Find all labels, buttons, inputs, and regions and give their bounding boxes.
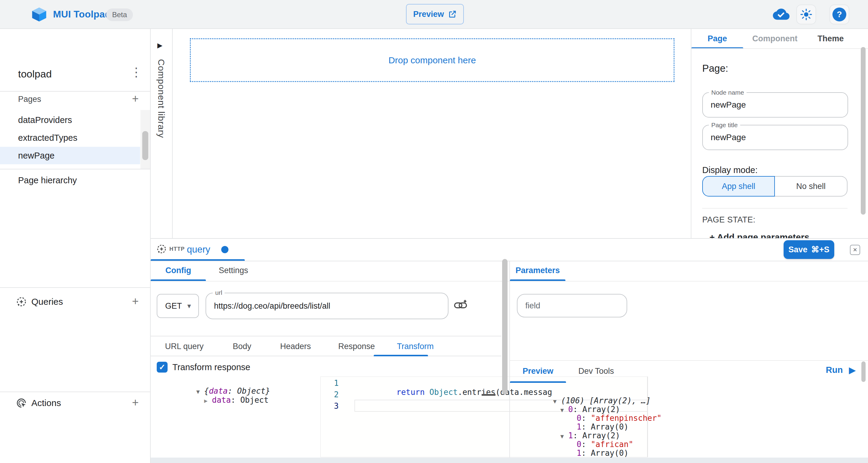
page-hierarchy-item[interactable]: Page hierarchy [18, 176, 77, 185]
queries-section-label: Queries [31, 297, 63, 307]
json-tree-row[interactable]: 0: "african" [516, 431, 859, 440]
inspector-heading: Page: [702, 63, 728, 74]
add-action-button[interactable]: + [132, 397, 138, 408]
tab-headers[interactable]: Headers [266, 336, 325, 356]
actions-section-label: Actions [31, 398, 61, 408]
actions-icon [16, 397, 27, 410]
url-field[interactable] [206, 293, 448, 319]
tab-config[interactable]: Config [151, 261, 206, 280]
schema-tree: ▼{data: Object} ▶data: Object [158, 377, 315, 396]
bottom-scrollbar-track[interactable] [151, 458, 868, 463]
app-menu-kebab-icon[interactable]: ⋮ [130, 65, 142, 79]
chevron-down-icon: ▾ [187, 302, 191, 310]
display-mode-app-shell-label: App shell [722, 182, 755, 191]
tab-transform[interactable]: Transform [388, 336, 442, 356]
open-in-new-icon [448, 10, 457, 19]
app-name-label: toolpad [18, 68, 52, 80]
editor-line-number: 1 [334, 379, 339, 388]
expand-icon[interactable]: ▶ [204, 397, 212, 404]
page-title-label: Page title [709, 122, 740, 128]
tab-response[interactable]: Response [325, 336, 388, 356]
close-icon: ✕ [852, 247, 857, 253]
result-json-tree: ▼(106) [Array(2), …] ▼0: Array(2) 0: "af… [516, 387, 859, 458]
explorer-sidebar: toolpad ⋮ Pages + dataProviders extracte… [0, 29, 151, 463]
tab-parameters[interactable]: Parameters [510, 261, 565, 280]
drop-component-zone[interactable]: Drop component here [190, 38, 675, 82]
theme-toggle-button[interactable] [796, 4, 816, 24]
tab-result-preview[interactable]: Preview [510, 361, 566, 381]
display-mode-toggle-group: App shell No shell [702, 176, 847, 196]
parameter-field[interactable] [517, 294, 627, 317]
json-tree-row[interactable]: 0: "affenpinscher" [516, 404, 859, 413]
cloud-synced-icon [772, 7, 790, 22]
app-header: MUI Toolpad Beta Preview [0, 0, 868, 29]
page-state-label: PAGE STATE: [702, 215, 755, 224]
add-page-button[interactable]: + [132, 93, 138, 104]
display-mode-no-shell[interactable]: No shell [775, 176, 847, 196]
preview-panel-scrollbar-thumb[interactable] [861, 362, 866, 382]
method-select[interactable]: GET ▾ [157, 294, 199, 318]
preview-button-label: Preview [413, 10, 444, 19]
page-list-scrollbar-thumb[interactable] [142, 131, 148, 160]
page-list-item[interactable]: extractedTypes [0, 129, 140, 147]
tab-component[interactable]: Component [743, 29, 807, 48]
query-type-icon [156, 244, 167, 256]
save-shortcut-label: ⌘+S [811, 245, 830, 254]
display-mode-no-shell-label: No shell [796, 182, 826, 191]
unsaved-changes-dot [221, 246, 228, 253]
add-query-button[interactable]: + [132, 296, 138, 307]
json-tree-row[interactable]: ▼1: Array(2) [516, 422, 859, 431]
tab-component-label: Component [752, 34, 798, 43]
tab-page[interactable]: Page [691, 29, 743, 48]
page-list-item[interactable]: dataProviders [0, 111, 140, 129]
tab-parameters-label: Parameters [516, 266, 560, 275]
json-tree-row[interactable]: 1: Array(0) [516, 413, 859, 422]
play-icon: ▶ [849, 365, 856, 375]
save-button-label: Save [788, 245, 807, 254]
save-button[interactable]: Save ⌘+S [784, 240, 834, 259]
url-input[interactable] [206, 293, 448, 319]
node-name-input[interactable] [703, 93, 847, 117]
page-canvas: Drop component here [173, 29, 691, 238]
tab-theme[interactable]: Theme [807, 29, 855, 48]
run-query-button[interactable]: Run ▶ [826, 365, 856, 375]
display-mode-app-shell[interactable]: App shell [702, 176, 775, 196]
component-library-label: Component library [156, 59, 166, 138]
json-tree-row[interactable]: ▼(106) [Array(2), …] [516, 387, 859, 396]
overview-ruler-marker [482, 394, 495, 396]
inspector-scrollbar-thumb[interactable] [861, 47, 866, 215]
schema-tree-root[interactable]: ▼{data: Object} [158, 377, 315, 387]
page-list-item-selected[interactable]: newPage [0, 147, 140, 164]
tab-dev-tools[interactable]: Dev Tools [566, 361, 626, 381]
add-link-icon[interactable] [454, 299, 468, 312]
toolpad-logo-icon [31, 6, 48, 24]
tab-body[interactable]: Body [218, 336, 266, 356]
component-library-strip[interactable]: ▶ Component library [151, 29, 173, 238]
query-tab-label[interactable]: query [187, 244, 210, 255]
preview-button[interactable]: Preview [406, 4, 464, 24]
tab-url-query[interactable]: URL query [151, 336, 218, 356]
transform-response-checkbox[interactable]: ✓ [157, 362, 167, 373]
run-button-label: Run [826, 365, 843, 375]
tab-page-label: Page [708, 34, 727, 43]
close-panel-button[interactable]: ✕ [850, 245, 860, 255]
queries-icon [16, 296, 27, 309]
page-item-label: newPage [18, 151, 55, 161]
node-name-field[interactable] [702, 92, 848, 118]
json-tree-row[interactable]: ▼0: Array(2) [516, 396, 859, 405]
tab-settings[interactable]: Settings [206, 261, 261, 280]
node-name-label: Node name [709, 89, 747, 96]
page-title-input[interactable] [703, 125, 847, 150]
json-tree-row[interactable]: 1: Array(0) [516, 439, 859, 449]
url-field-label: url [213, 289, 224, 296]
config-panel-scrollbar-thumb[interactable] [502, 259, 507, 395]
parameter-input[interactable] [518, 295, 627, 317]
toolpad-app-window: MUI Toolpad Beta Preview [0, 0, 868, 463]
add-page-parameters-button[interactable]: + Add page parameters [710, 232, 809, 238]
collapse-icon[interactable]: ▼ [196, 388, 204, 395]
expand-panel-icon[interactable]: ▶ [157, 41, 162, 50]
page-item-label: extractedTypes [18, 133, 78, 143]
page-title-field[interactable] [702, 125, 848, 150]
help-button[interactable]: ? [830, 4, 849, 24]
page-list-scrollbar-track[interactable] [141, 110, 150, 169]
